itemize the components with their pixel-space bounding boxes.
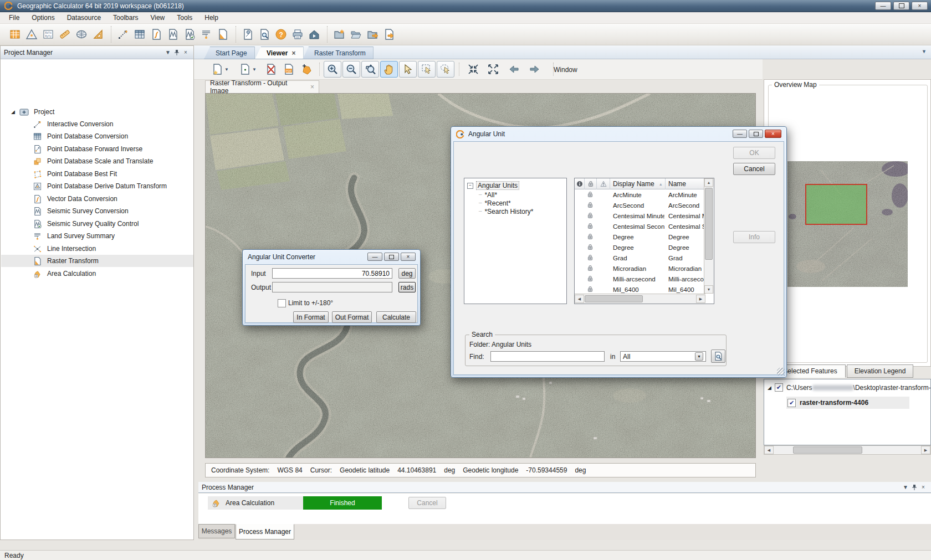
- info-button[interactable]: Info: [733, 231, 775, 243]
- output-unit-button[interactable]: rads: [398, 282, 416, 292]
- scrollbar-thumb[interactable]: [793, 446, 862, 454]
- doc-search-icon[interactable]: [257, 27, 272, 42]
- zoom-extents-button[interactable]: [464, 61, 482, 78]
- remove-layer-button[interactable]: [263, 61, 279, 78]
- restore-button[interactable]: [749, 130, 763, 138]
- input-unit-button[interactable]: deg: [398, 268, 416, 279]
- home-icon[interactable]: [307, 27, 321, 42]
- unit-list-hscrollbar[interactable]: ◀ ▶: [575, 294, 705, 304]
- setsquare-icon[interactable]: [91, 27, 105, 42]
- menu-options[interactable]: Options: [26, 13, 60, 23]
- ruler-icon[interactable]: [58, 27, 72, 42]
- unit-row[interactable]: Milli-arcsecondMilli-arcsecond: [575, 274, 705, 284]
- expander-icon[interactable]: ◢: [11, 109, 15, 115]
- seismic-qc-icon[interactable]: [182, 27, 197, 42]
- process-row[interactable]: Area Calculation: [208, 496, 303, 510]
- seismic-survey-icon[interactable]: [166, 27, 180, 42]
- scroll-left-icon[interactable]: ◀: [575, 295, 584, 303]
- unit-row[interactable]: ArcSecondArcSecond: [575, 200, 705, 210]
- pin-icon[interactable]: [172, 49, 181, 56]
- tree-item-derive-datum-transform[interactable]: Point Database Derive Datum Transform: [1, 180, 193, 192]
- unit-row[interactable]: DegreeDegree: [575, 242, 705, 253]
- tab-overflow-chevron-icon[interactable]: ▼: [922, 49, 927, 54]
- new-folder-icon[interactable]: [332, 27, 346, 42]
- scroll-left-icon[interactable]: ◀: [764, 446, 774, 454]
- tree-item-search-history[interactable]: ┄*Search History*: [479, 208, 533, 215]
- view-back-button[interactable]: [505, 61, 523, 78]
- tree-item-recent[interactable]: ┄*Recent*: [479, 199, 511, 207]
- land-survey-icon[interactable]: [199, 27, 213, 42]
- tree-item-point-database-scale-translate[interactable]: Point Database Scale and Translate: [1, 155, 193, 167]
- process-cancel-button[interactable]: Cancel: [408, 497, 446, 509]
- raster-icon[interactable]: [216, 27, 230, 42]
- menu-view[interactable]: View: [145, 13, 170, 23]
- restore-button[interactable]: [384, 253, 399, 261]
- tree-item-vector-data-conversion[interactable]: Vector Data Conversion: [1, 193, 193, 205]
- select-lasso-button[interactable]: [437, 61, 454, 78]
- select-dropdown-icon[interactable]: ▼: [695, 352, 703, 361]
- unit-row[interactable]: GradGrad: [575, 253, 705, 263]
- view-forward-button[interactable]: [525, 61, 543, 78]
- scroll-right-icon[interactable]: ▶: [696, 295, 705, 303]
- close-panel-icon[interactable]: ×: [181, 49, 190, 56]
- layer-row[interactable]: ✔ raster-transform-4406: [786, 397, 909, 409]
- tree-item-point-database-best-fit[interactable]: Point Database Best Fit: [1, 168, 193, 180]
- window-button[interactable]: Window: [546, 63, 585, 76]
- zoom-out-button[interactable]: [342, 61, 360, 78]
- collapse-icon[interactable]: −: [467, 183, 473, 189]
- close-panel-icon[interactable]: ×: [919, 484, 928, 491]
- overview-thumbnail[interactable]: [787, 161, 908, 287]
- menu-help[interactable]: Help: [199, 13, 224, 23]
- tab-process-manager[interactable]: Process Manager: [236, 524, 294, 540]
- find-input[interactable]: [490, 351, 605, 362]
- search-button[interactable]: [711, 350, 725, 363]
- lock-column-header[interactable]: [585, 178, 597, 189]
- help-icon[interactable]: [274, 27, 288, 42]
- layer-path-row[interactable]: ◢ ✔ C:\Users\Desktop\raster-transform-: [768, 383, 931, 392]
- minimize-button[interactable]: —: [875, 2, 891, 10]
- print-icon[interactable]: [290, 27, 305, 42]
- calculate-button[interactable]: Calculate: [376, 311, 416, 323]
- tree-item-interactive-conversion[interactable]: Interactive Conversion: [1, 118, 193, 130]
- tab-messages[interactable]: Messages: [198, 524, 235, 538]
- layers-scrollbar[interactable]: ◀ ▶: [764, 445, 931, 455]
- layer-checkbox[interactable]: ✔: [787, 399, 796, 407]
- export-pdf-button[interactable]: [280, 61, 297, 78]
- chevron-down-icon[interactable]: ▼: [901, 484, 910, 491]
- name-column-header[interactable]: Name: [666, 178, 705, 189]
- chevron-down-icon[interactable]: ▼: [163, 49, 172, 56]
- tree-item-seismic-survey-conversion[interactable]: Seismic Survey Conversion: [1, 205, 193, 217]
- tab-elevation-legend[interactable]: Elevation Legend: [847, 364, 913, 378]
- zoom-window-button[interactable]: [361, 61, 379, 78]
- layer-path-checkbox[interactable]: ✔: [775, 383, 783, 392]
- dialog-resize-grip[interactable]: [777, 368, 785, 376]
- search-in-select[interactable]: All ▼: [620, 351, 706, 362]
- close-button[interactable]: ×: [765, 130, 781, 138]
- scroll-up-icon[interactable]: ▲: [704, 178, 713, 187]
- unit-row[interactable]: ArcMinuteArcMinute: [575, 189, 705, 200]
- coordinates-icon[interactable]: [41, 27, 55, 42]
- scrollbar-thumb[interactable]: [705, 188, 713, 260]
- ok-button[interactable]: OK: [733, 147, 775, 159]
- zoom-full-button[interactable]: [484, 61, 502, 78]
- tree-item-all[interactable]: ┄*All*: [479, 191, 497, 199]
- close-button[interactable]: ×: [912, 2, 928, 10]
- select-button[interactable]: [399, 61, 417, 78]
- export-folder-icon[interactable]: [365, 27, 380, 42]
- output-field[interactable]: [272, 282, 392, 292]
- project-root-row[interactable]: ◢ Project: [1, 106, 193, 118]
- globe-icon[interactable]: [74, 27, 89, 42]
- add-polygon-button[interactable]: [298, 61, 315, 78]
- viewer-inner-tab[interactable]: Raster Transform - Output Image ×: [205, 80, 319, 93]
- minimize-button[interactable]: —: [367, 253, 382, 261]
- tree-item-seismic-survey-qc[interactable]: Seismic Survey Quality Control: [1, 218, 193, 230]
- unit-row[interactable]: Centesimal SecondCentesimal Second: [575, 221, 705, 232]
- tab-viewer[interactable]: Viewer×: [255, 47, 304, 59]
- menu-datasource[interactable]: Datasource: [62, 13, 106, 23]
- menu-toolbars[interactable]: Toolbars: [108, 13, 144, 23]
- open-folder-icon[interactable]: [349, 27, 363, 42]
- close-button[interactable]: ×: [401, 253, 416, 261]
- doc-wrench-icon[interactable]: [241, 27, 255, 42]
- table-icon[interactable]: [8, 27, 22, 42]
- menu-file[interactable]: File: [3, 13, 25, 23]
